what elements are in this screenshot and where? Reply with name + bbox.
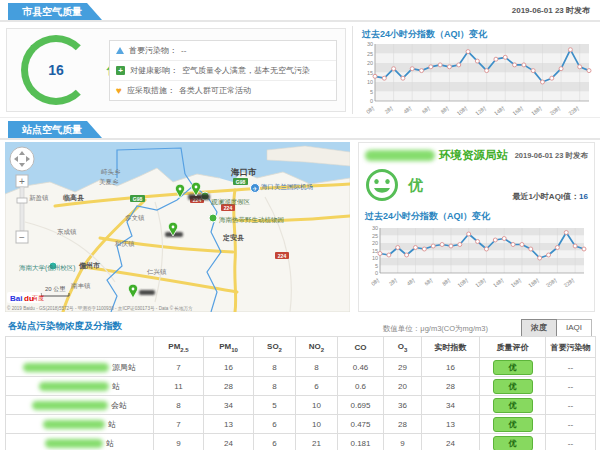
svg-text:20时: 20时 <box>545 277 558 287</box>
unit-note: 数值单位：μg/m3(CO为mg/m3) <box>383 324 488 334</box>
info-label: 对健康影响： <box>130 65 178 76</box>
col-station <box>6 337 154 358</box>
heart-icon: ♥ <box>116 86 122 96</box>
svg-text:东成镇: 东成镇 <box>57 228 77 235</box>
info-value: 各类人群可正常活动 <box>179 85 251 96</box>
censored-station-name <box>45 439 103 448</box>
primary-pollutant-cell: -- <box>546 377 596 396</box>
primary-pollutant-cell: -- <box>546 434 596 450</box>
baidu-map[interactable]: G98 G98 224 224 224 ✈ 海口市 海口美兰国际机场 观澜湖度假… <box>5 142 350 312</box>
value-cell: 9 <box>384 434 422 450</box>
aqi-info-box: 首要污染物： -- + 对健康影响： 空气质量令人满意，基本无空气污染 ♥ 应采… <box>109 40 337 101</box>
zoom-in-icon: + <box>19 176 25 187</box>
value-cell: 7 <box>154 415 204 434</box>
toggle-concentration[interactable]: 浓度 <box>521 319 557 337</box>
station-aqi-24h-chart: 0510152025300时2时4时6时8时10时12时14时16时18时20时… <box>365 225 589 287</box>
svg-text:10时: 10时 <box>456 277 469 287</box>
station-name-suffix: 会站 <box>111 400 127 411</box>
censored-station-name <box>43 420 105 429</box>
svg-text:0: 0 <box>370 98 373 104</box>
col-pm10: PM10 <box>204 337 254 358</box>
svg-text:仁兴镇: 仁兴镇 <box>147 268 167 276</box>
table-row: 源局站716880.462916优-- <box>6 358 596 377</box>
aqi-gauge-ring: 16 <box>21 35 91 105</box>
value-cell: 16 <box>204 358 254 377</box>
station-name-suffix: 站 <box>108 419 116 430</box>
value-cell: 6 <box>254 434 296 450</box>
table-row: 站9246210.181924优-- <box>6 434 596 450</box>
svg-text:2时: 2时 <box>384 105 395 115</box>
divider <box>0 138 600 140</box>
svg-text:海南大学(儋州校区): 海南大学(儋州校区) <box>19 264 75 272</box>
value-cell: 8 <box>154 396 204 415</box>
aqi-dashboard: 市县空气质量 2019-06-01 23 时发布 16 优 首要污染物： -- … <box>0 0 600 450</box>
svg-text:14时: 14时 <box>493 105 506 115</box>
svg-text:6时: 6时 <box>423 277 434 287</box>
value-cell: 34 <box>422 396 480 415</box>
svg-text:0时: 0时 <box>365 105 376 115</box>
info-row-measures: ♥ 应采取措施： 各类人群可正常活动 <box>110 81 336 100</box>
value-cell: 5 <box>254 396 296 415</box>
svg-text:22时: 22时 <box>563 277 576 287</box>
quality-cell: 优 <box>480 415 546 434</box>
svg-text:15: 15 <box>367 70 373 76</box>
value-cell: 13 <box>422 415 480 434</box>
table-row: 站1128860.62028优-- <box>6 377 596 396</box>
svg-text:4时: 4时 <box>406 277 417 287</box>
smiley-face-icon <box>365 168 399 202</box>
svg-text:10: 10 <box>372 255 378 261</box>
flask-icon <box>116 47 124 54</box>
station-panel: 环境资源局站 2019-06-01 23 时发布 优 最近1小时AQI值：16 … <box>358 142 595 312</box>
value-cell: 0.475 <box>338 415 384 434</box>
svg-text:18时: 18时 <box>527 277 540 287</box>
svg-text:12时: 12时 <box>474 277 487 287</box>
svg-text:和庆镇: 和庆镇 <box>114 240 135 247</box>
svg-text:15: 15 <box>372 248 378 254</box>
svg-text:30: 30 <box>367 41 373 47</box>
station-publish-date: 2019-06-01 23 时发布 <box>515 151 588 161</box>
toggle-iaqi[interactable]: IAQI <box>557 319 592 337</box>
svg-text:12时: 12时 <box>474 105 487 115</box>
svg-text:观澜湖度假区: 观澜湖度假区 <box>211 198 251 206</box>
svg-text:8时: 8时 <box>441 277 452 287</box>
divider <box>0 20 600 22</box>
station-grade: 优 <box>408 176 423 195</box>
svg-text:美夏乡: 美夏乡 <box>99 178 119 186</box>
svg-text:南丰镇: 南丰镇 <box>71 282 91 289</box>
svg-text:20: 20 <box>367 60 373 66</box>
value-cell: 10 <box>296 415 338 434</box>
station-name-suffix: 源局站 <box>112 362 136 373</box>
value-cell: 9 <box>154 434 204 450</box>
zoo-icon[interactable] <box>209 214 217 222</box>
info-row-pollutant: 首要污染物： -- <box>110 41 336 61</box>
primary-pollutant-cell: -- <box>546 415 596 434</box>
info-value: -- <box>181 46 186 55</box>
svg-text:8时: 8时 <box>440 105 451 115</box>
svg-text:14时: 14时 <box>492 277 505 287</box>
table-header-row: PM2.5 PM10 SO2 NO2 CO O3 实时指数 质量评价 首要污染物 <box>6 337 596 358</box>
svg-text:20 公里: 20 公里 <box>45 286 66 292</box>
svg-text:10: 10 <box>367 79 373 85</box>
stations-table: PM2.5 PM10 SO2 NO2 CO O3 实时指数 质量评价 首要污染物… <box>5 336 596 450</box>
divider <box>352 26 353 114</box>
svg-text:临高县: 临高县 <box>63 193 84 202</box>
col-so2: SO2 <box>254 337 296 358</box>
svg-text:海口市: 海口市 <box>230 167 257 177</box>
plus-icon: + <box>116 66 125 75</box>
value-cell: 8 <box>254 377 296 396</box>
quality-badge: 优 <box>493 360 533 375</box>
value-cell: 0.695 <box>338 396 384 415</box>
table-title: 各站点污染物浓度及分指数 <box>8 320 122 333</box>
aqi-value: 16 <box>28 42 84 98</box>
svg-text:16时: 16时 <box>510 277 523 287</box>
map-pan-control[interactable] <box>10 147 34 171</box>
station-aqi-value: 最近1小时AQI值：16 <box>512 191 588 202</box>
censored-station-name <box>32 401 108 410</box>
svg-text:5: 5 <box>375 263 378 269</box>
stations-table-body: 源局站716880.462916优--站1128860.62028优--会站83… <box>6 358 596 450</box>
censored-station-name <box>39 382 109 391</box>
svg-text:海口美兰国际机场: 海口美兰国际机场 <box>261 183 313 191</box>
value-cell: 28 <box>384 415 422 434</box>
table-row: 站7136100.4752813优-- <box>6 415 596 434</box>
value-cell: 6 <box>254 415 296 434</box>
